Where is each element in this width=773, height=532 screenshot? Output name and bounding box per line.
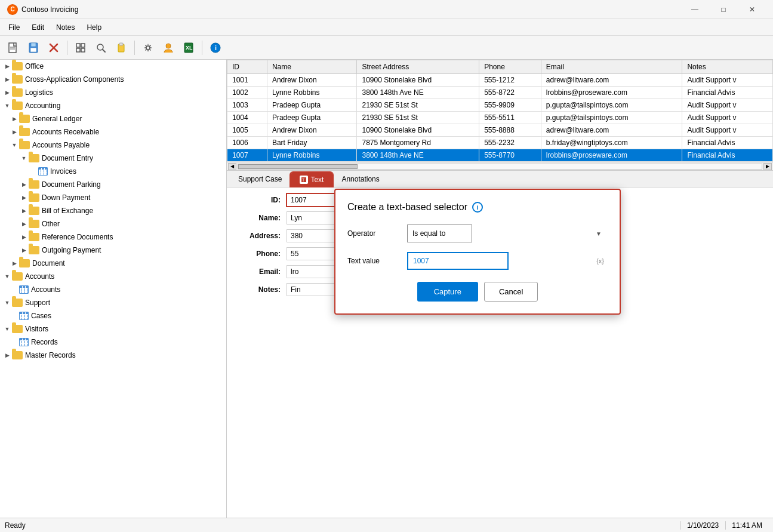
sidebar-item-down-payment[interactable]: ▶ Down Payment (0, 191, 226, 204)
col-name[interactable]: Name (267, 60, 357, 74)
sidebar-item-document[interactable]: ▶ Document (0, 257, 226, 270)
scroll-track[interactable] (238, 164, 762, 170)
user-button[interactable] (159, 38, 178, 57)
toggle-visitors[interactable]: ▼ (2, 324, 12, 334)
grid-button[interactable] (71, 38, 90, 57)
minimize-button[interactable]: — (681, 0, 709, 19)
sidebar-item-accounts-receivable[interactable]: ▶ Accounts Receivable (0, 125, 226, 139)
sidebar-item-accounting[interactable]: ▼ Accounting (0, 99, 226, 112)
sidebar-item-invoices[interactable]: ▶ Invoices (0, 165, 226, 178)
maximize-button[interactable]: □ (710, 0, 737, 19)
scroll-left[interactable]: ◀ (228, 163, 236, 170)
col-phone[interactable]: Phone (479, 60, 541, 74)
table-row[interactable]: 1004Pradeep Gupta21930 SE 51st St555-551… (227, 112, 773, 124)
settings-button[interactable] (138, 38, 158, 57)
folder-icon-general-ledger (19, 115, 30, 123)
toggle-cross-app[interactable]: ▶ (2, 75, 12, 84)
clipboard-button[interactable] (112, 38, 131, 57)
sidebar-item-logistics[interactable]: ▶ Logistics (0, 86, 226, 99)
sidebar-item-cases[interactable]: ▶ Cases (0, 309, 226, 322)
capture-button[interactable]: Capture (417, 282, 478, 302)
toggle-document[interactable]: ▶ (10, 259, 19, 268)
close-button[interactable]: ✕ (738, 0, 766, 19)
menu-file[interactable]: File (2, 21, 26, 34)
sidebar-item-visitors[interactable]: ▼ Visitors (0, 322, 226, 336)
sidebar-item-accounts-group[interactable]: ▼ Accounts (0, 270, 226, 283)
sidebar-item-master-records[interactable]: ▶ Master Records (0, 349, 226, 362)
toggle-master-records[interactable]: ▶ (2, 350, 12, 360)
dialog-info-icon[interactable]: i (472, 202, 483, 213)
search-button[interactable] (91, 38, 110, 57)
col-notes[interactable]: Notes (682, 60, 773, 74)
toggle-outgoing-payment[interactable]: ▶ (19, 245, 29, 255)
sidebar-item-reference-documents[interactable]: ▶ Reference Documents (0, 230, 226, 244)
table-row[interactable]: 1002Lynne Robbins3800 148th Ave NE555-87… (227, 87, 773, 99)
new-button[interactable] (4, 38, 23, 57)
status-date: 1/10/2023 (680, 521, 725, 530)
sidebar-item-document-entry[interactable]: ▼ Document Entry (0, 152, 226, 165)
menu-notes[interactable]: Notes (50, 21, 81, 34)
table-row[interactable]: 1005Andrew Dixon10900 Stonelake Blvd555-… (227, 124, 773, 137)
sidebar-item-document-parking[interactable]: ▶ Document Parking (0, 178, 226, 191)
svg-point-17 (166, 44, 171, 48)
toggle-accounts-group[interactable]: ▼ (2, 272, 12, 281)
grid-scroll-area[interactable]: ID Name Street Address Phone Email Notes… (227, 60, 773, 162)
sidebar-label-accounts-payable: Accounts Payable (32, 141, 90, 149)
horizontal-scrollbar[interactable]: ◀ ▶ (227, 162, 773, 170)
cell-phone: 555-8770 (479, 149, 541, 162)
menu-help[interactable]: Help (81, 21, 107, 34)
cell-id: 1001 (227, 74, 267, 87)
sidebar-item-outgoing-payment[interactable]: ▶ Outgoing Payment (0, 244, 226, 257)
cell-address: 3800 148th Ave NE (357, 87, 479, 99)
toggle-bill-of-exchange[interactable]: ▶ (19, 206, 29, 216)
sidebar-item-general-ledger[interactable]: ▶ General Ledger (0, 112, 226, 125)
sidebar-item-bill-of-exchange[interactable]: ▶ Bill of Exchange (0, 204, 226, 217)
svg-rect-11 (81, 48, 85, 52)
sidebar-item-support[interactable]: ▼ Support (0, 296, 226, 309)
toggle-office[interactable]: ▶ (2, 61, 12, 71)
sidebar-item-accounts-payable[interactable]: ▼ Accounts Payable (0, 139, 226, 152)
scroll-right[interactable]: ▶ (763, 163, 772, 170)
scroll-thumb[interactable] (238, 164, 358, 169)
app-icon: C (7, 4, 18, 15)
col-id[interactable]: ID (227, 60, 267, 74)
sidebar-item-accounts-table[interactable]: ▶ Accounts (0, 283, 226, 296)
sidebar-item-office[interactable]: ▶ Office (0, 60, 226, 73)
cell-name: Pradeep Gupta (267, 99, 357, 112)
svg-rect-9 (81, 44, 85, 47)
toggle-document-entry[interactable]: ▼ (19, 153, 29, 163)
sidebar-item-cross-app[interactable]: ▶ Cross-Application Components (0, 73, 226, 86)
cancel-button[interactable]: Cancel (484, 282, 538, 302)
operator-select[interactable]: Is equal to Is not equal to Contains Doe… (407, 225, 472, 242)
toggle-reference-documents[interactable]: ▶ (19, 232, 29, 242)
table-icon-records (19, 338, 29, 346)
dialog-overlay: Create a text-based selector i Operator … (227, 171, 773, 518)
col-address[interactable]: Street Address (357, 60, 479, 74)
table-row[interactable]: 1003Pradeep Gupta21930 SE 51st St555-990… (227, 99, 773, 112)
menu-edit[interactable]: Edit (26, 21, 50, 34)
toggle-support[interactable]: ▼ (2, 298, 12, 307)
toggle-document-parking[interactable]: ▶ (19, 180, 29, 189)
dialog-text-value-input[interactable] (407, 252, 509, 270)
toggle-logistics[interactable]: ▶ (2, 88, 12, 97)
placeholder-button[interactable]: {x} (596, 257, 604, 265)
excel-button[interactable]: XL (179, 38, 198, 57)
toggle-general-ledger[interactable]: ▶ (10, 114, 19, 124)
table-row[interactable]: 1006Bart Friday7875 Montgomery Rd555-223… (227, 137, 773, 149)
toggle-accounts-receivable[interactable]: ▶ (10, 127, 19, 137)
folder-icon-reference-documents (29, 233, 39, 241)
delete-button[interactable] (44, 38, 63, 57)
sidebar-item-records[interactable]: ▶ Records (0, 336, 226, 349)
toggle-accounting[interactable]: ▼ (2, 101, 12, 110)
col-email[interactable]: Email (541, 60, 682, 74)
toggle-down-payment[interactable]: ▶ (19, 193, 29, 202)
save-button[interactable] (24, 38, 43, 57)
folder-icon-support (12, 299, 23, 307)
info-button[interactable]: i (206, 38, 225, 57)
toggle-accounts-payable[interactable]: ▼ (10, 140, 19, 150)
table-row[interactable]: 1001Andrew Dixon10900 Stonelake Blvd555-… (227, 74, 773, 87)
toggle-other[interactable]: ▶ (19, 219, 29, 229)
sidebar-label-records: Records (31, 338, 58, 346)
sidebar-item-other[interactable]: ▶ Other (0, 217, 226, 230)
table-row[interactable]: 1007Lynne Robbins3800 148th Ave NE555-87… (227, 149, 773, 162)
